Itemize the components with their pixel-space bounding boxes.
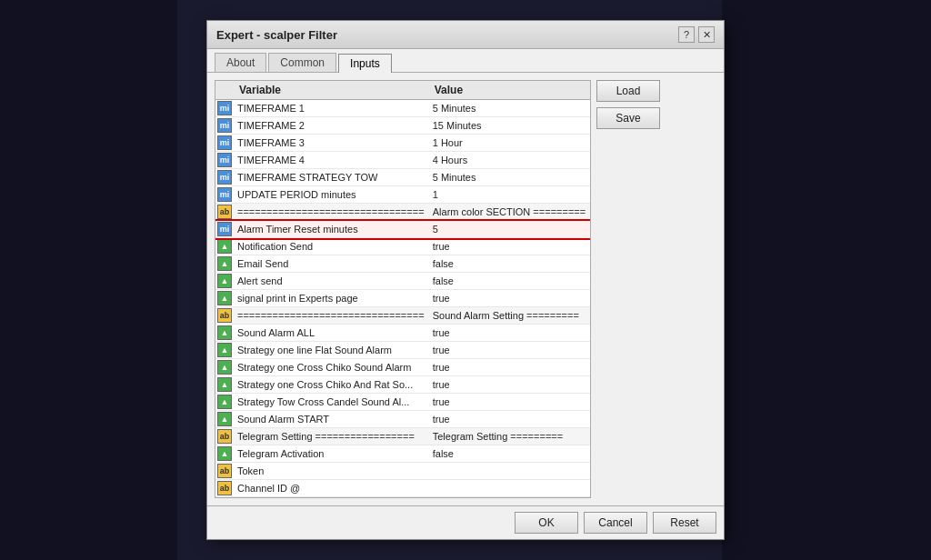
row-icon: ▲ [215,411,234,428]
row-value: true [429,376,590,394]
row-icon: ab [215,463,234,480]
table-row[interactable]: miTIMEFRAME 215 Minutes [215,117,590,135]
row-value: 15 Minutes [429,117,590,135]
row-variable: Token [234,463,429,480]
row-variable: signal print in Experts page [234,290,429,307]
row-icon: ▲ [215,290,234,307]
row-variable: Notification Send [234,238,429,255]
row-variable: TIMEFRAME 4 [234,152,429,169]
row-variable: Telegram Activation [234,445,429,463]
row-variable: ================================ [234,204,429,221]
table-row[interactable]: ab================================Sound … [215,307,590,325]
table-row[interactable]: ▲signal print in Experts pagetrue [215,290,590,307]
row-icon: ab [215,480,234,497]
table-row[interactable]: ▲Email Sendfalse [215,255,590,273]
table-row[interactable]: miTIMEFRAME 15 Minutes [215,100,590,117]
help-button[interactable]: ? [678,26,695,43]
title-bar: Expert - scalper Filter ? ✕ [207,21,724,49]
row-variable: Channel ID @ [234,480,429,497]
cancel-button[interactable]: Cancel [584,512,647,534]
row-icon: ▲ [215,238,234,255]
load-button[interactable]: Load [596,80,660,102]
row-icon: ▲ [215,394,234,411]
row-value [429,463,590,480]
row-variable: Email Send [234,255,429,273]
table-row[interactable]: ▲Sound Alarm STARTtrue [215,411,590,428]
table-row[interactable]: ▲Telegram Activationfalse [215,445,590,463]
row-variable: Telegram Setting ================= [234,428,429,445]
row-icon: mi [215,186,234,204]
table-row[interactable]: miTIMEFRAME 31 Hour [215,135,590,152]
save-button[interactable]: Save [596,107,660,129]
row-icon: mi [215,100,234,117]
row-variable: TIMEFRAME 2 [234,117,429,135]
table-row[interactable]: ab================================Alarm … [215,204,590,221]
table-row[interactable]: ▲Sound Alarm ALLtrue [215,325,590,342]
row-value: 5 Minutes [429,100,590,117]
row-value: false [429,273,590,290]
row-variable: Strategy one Cross Chiko Sound Alarm [234,359,429,376]
tab-inputs[interactable]: Inputs [338,54,392,73]
row-variable: TIMEFRAME STRATEGY TOW [234,169,429,186]
row-value: false [429,255,590,273]
row-value: 5 Minutes [429,169,590,186]
row-value: true [429,238,590,255]
main-layout: Variable Value miTIMEFRAME 15 MinutesmiT… [215,80,716,498]
reset-button[interactable]: Reset [653,512,716,534]
table-row[interactable]: ▲Strategy Tow Cross Candel Sound Al...tr… [215,394,590,411]
row-variable: TIMEFRAME 3 [234,135,429,152]
close-button[interactable]: ✕ [698,26,715,43]
row-icon: mi [215,152,234,169]
row-variable: Alarm Timer Reset minutes [234,221,429,238]
row-value: true [429,290,590,307]
tab-about[interactable]: About [215,53,266,72]
table-row[interactable]: ▲Strategy one Cross Chiko And Rat So...t… [215,376,590,394]
table-row[interactable]: ▲Alert sendfalse [215,273,590,290]
col-variable-header: Variable [234,81,429,100]
row-value: true [429,359,590,376]
row-icon: ▲ [215,359,234,376]
row-icon: ab [215,204,234,221]
row-icon: ab [215,307,234,325]
row-icon: ab [215,428,234,445]
row-variable: Strategy one Cross Chiko And Rat So... [234,376,429,394]
row-icon: mi [215,135,234,152]
row-value: false [429,445,590,463]
table-row[interactable]: miTIMEFRAME STRATEGY TOW5 Minutes [215,169,590,186]
row-value: 5 [429,221,590,238]
col-value-header: Value [429,81,590,100]
table-row[interactable]: abTelegram Setting =================Tele… [215,428,590,445]
variables-table-container[interactable]: Variable Value miTIMEFRAME 15 MinutesmiT… [215,80,591,498]
table-row[interactable]: miUPDATE PERIOD minutes1 [215,186,590,204]
row-variable: Sound Alarm START [234,411,429,428]
row-icon: ▲ [215,273,234,290]
dialog-content: Variable Value miTIMEFRAME 15 MinutesmiT… [207,73,724,505]
row-icon: ▲ [215,376,234,394]
ok-button[interactable]: OK [515,512,578,534]
variables-table: Variable Value miTIMEFRAME 15 MinutesmiT… [215,81,590,497]
row-value: Alarm color SECTION ========= [429,204,590,221]
row-icon: ▲ [215,445,234,463]
row-value: 4 Hours [429,152,590,169]
row-icon: mi [215,117,234,135]
table-row[interactable]: ▲Strategy one Cross Chiko Sound Alarmtru… [215,359,590,376]
dialog-footer: OK Cancel Reset [207,505,724,539]
row-value: true [429,342,590,359]
expert-dialog: Expert - scalper Filter ? ✕ About Common… [206,20,725,540]
row-value [429,480,590,497]
tab-common[interactable]: Common [268,53,336,72]
row-variable: UPDATE PERIOD minutes [234,186,429,204]
table-row[interactable]: miAlarm Timer Reset minutes5 [215,221,590,238]
row-value: Sound Alarm Setting ========= [429,307,590,325]
table-row[interactable]: abChannel ID @ [215,480,590,497]
side-buttons: Load Save [596,80,660,129]
table-row[interactable]: miTIMEFRAME 44 Hours [215,152,590,169]
row-variable: TIMEFRAME 1 [234,100,429,117]
row-value: true [429,411,590,428]
row-icon: mi [215,169,234,186]
table-row[interactable]: ▲Notification Sendtrue [215,238,590,255]
row-value: Telegram Setting ========= [429,428,590,445]
table-row[interactable]: ▲Strategy one line Flat Sound Alarmtrue [215,342,590,359]
row-variable: Alert send [234,273,429,290]
table-row[interactable]: abToken [215,463,590,480]
